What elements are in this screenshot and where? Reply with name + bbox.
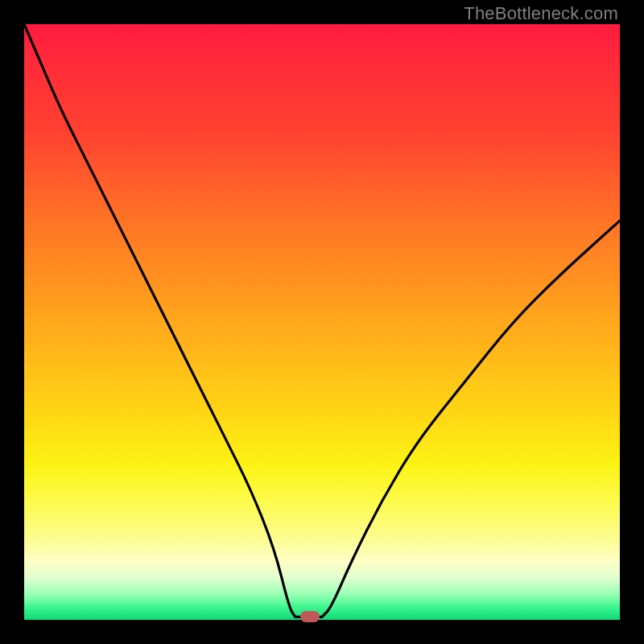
valley-marker	[300, 611, 320, 622]
plot-area	[24, 24, 620, 620]
bottleneck-curve	[24, 24, 620, 620]
watermark-text: TheBottleneck.com	[464, 3, 618, 24]
chart-stage: TheBottleneck.com	[0, 0, 644, 644]
curve-path	[24, 24, 620, 617]
